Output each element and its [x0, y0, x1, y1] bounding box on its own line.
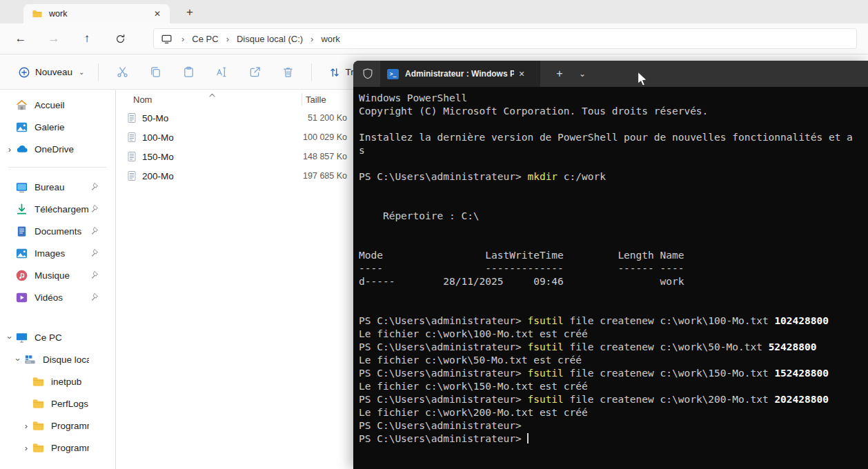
- sidebar-item-programmes[interactable]: › Programmes: [0, 437, 115, 459]
- terminal-tab-powershell[interactable]: >_ Administrateur : Windows Pow ✕: [380, 61, 540, 87]
- sidebar-item-perflogs[interactable]: PerfLogs: [0, 392, 115, 415]
- column-divider[interactable]: [302, 93, 302, 106]
- paste-button[interactable]: [177, 61, 200, 84]
- refresh-button[interactable]: [110, 29, 130, 48]
- file-row[interactable]: 50-Mo 51 200 Ko: [116, 108, 348, 128]
- pin-icon: [89, 421, 99, 430]
- sidebar-item-galerie[interactable]: Galerie: [0, 116, 115, 138]
- desktop-icon: [15, 181, 28, 194]
- rename-button[interactable]: [210, 61, 233, 84]
- sidebar-divider: [8, 167, 107, 168]
- terminal-dropdown-icon[interactable]: ⌄: [573, 64, 591, 83]
- gallery-icon: [15, 121, 28, 134]
- videos-icon: [15, 291, 28, 304]
- powershell-icon: >_: [387, 69, 399, 79]
- terminal-tab-bar: >_ Administrateur : Windows Pow ✕ + ⌄: [353, 61, 868, 87]
- address-bar[interactable]: › Ce PC › Disque local (C:) › work: [153, 28, 857, 49]
- file-size: 51 200 Ko: [308, 113, 348, 123]
- pc-icon: [15, 331, 28, 344]
- clipboard-icon: [182, 66, 195, 79]
- tab-title: work: [49, 9, 150, 19]
- delete-button[interactable]: [276, 61, 299, 84]
- sidebar-item-inetpub[interactable]: inetpub: [0, 370, 115, 392]
- file-row[interactable]: 100-Mo 100 029 Ko: [116, 128, 348, 147]
- new-tab-button[interactable]: +: [181, 3, 199, 21]
- sidebar-item-images[interactable]: Images: [0, 242, 115, 264]
- admin-shield-icon: [362, 68, 374, 80]
- cut-button[interactable]: [110, 61, 134, 84]
- copy-button[interactable]: [144, 61, 167, 84]
- terminal-line: ---- ------------- ------ ----: [359, 262, 868, 275]
- column-header-nom[interactable]: Nom: [133, 94, 152, 105]
- pin-icon: [89, 144, 99, 154]
- sidebar-item-musique[interactable]: Musique: [0, 264, 115, 286]
- folder-icon: [32, 419, 45, 432]
- sidebar-item-programmes[interactable]: › Programmes: [0, 415, 115, 437]
- file-row[interactable]: 150-Mo 148 857 Ko: [116, 147, 348, 166]
- pin-icon: [89, 332, 99, 342]
- sidebar-item-bureau[interactable]: Bureau: [0, 176, 115, 198]
- sidebar-item-vid-os[interactable]: Vidéos: [0, 286, 115, 308]
- chevron-icon[interactable]: ›: [21, 421, 32, 431]
- close-tab-icon[interactable]: ✕: [514, 66, 529, 81]
- pin-icon: [89, 248, 99, 258]
- terminal-line: s: [359, 144, 868, 157]
- chevron-icon[interactable]: ›: [21, 443, 32, 453]
- terminal-line: [359, 183, 868, 197]
- up-button[interactable]: ↑: [77, 29, 97, 48]
- breadcrumb-ce-pc[interactable]: Ce PC: [190, 34, 219, 44]
- explorer-tab-work[interactable]: work ✕: [23, 4, 170, 23]
- this-pc-icon: [161, 33, 172, 45]
- chevron-icon[interactable]: ›: [4, 144, 15, 154]
- pin-icon: [89, 443, 99, 452]
- downloads-icon: [15, 203, 28, 216]
- chevron-icon[interactable]: ›: [13, 354, 23, 365]
- sidebar-spacer: [0, 308, 115, 326]
- sidebar-item-documents[interactable]: Documents: [0, 220, 115, 242]
- pin-icon: [89, 204, 99, 214]
- back-button[interactable]: ←: [11, 29, 30, 48]
- terminal-line: Le fichier c:\work\100-Mo.txt est créé: [359, 328, 868, 341]
- terminal-line: Le fichier c:\work\200-Mo.txt est créé: [359, 406, 868, 419]
- terminal-output[interactable]: Windows PowerShellCopyright (C) Microsof…: [353, 87, 868, 446]
- sidebar-item-onedrive[interactable]: › OneDrive: [0, 138, 115, 160]
- terminal-line: Le fichier c:\work\150-Mo.txt est créé: [359, 380, 868, 393]
- sidebar-item-disque-local-c[interactable]: › Disque local (C: [0, 348, 115, 370]
- file-size: 100 029 Ko: [303, 132, 348, 142]
- text-file-icon: [126, 112, 137, 123]
- share-button[interactable]: [243, 61, 266, 84]
- explorer-tab-bar: work ✕ +: [0, 0, 868, 23]
- column-headers: Nom Taille: [116, 90, 348, 108]
- pictures-icon: [15, 247, 28, 260]
- text-file-icon: [126, 132, 137, 143]
- forward-button[interactable]: →: [44, 29, 63, 48]
- rename-icon: [215, 66, 228, 79]
- sort-arrows-icon: [328, 66, 341, 79]
- breadcrumb-separator: ›: [304, 34, 319, 44]
- column-header-taille[interactable]: Taille: [306, 94, 326, 105]
- breadcrumb-work[interactable]: work: [319, 34, 341, 44]
- terminal-new-tab-button[interactable]: +: [550, 64, 569, 83]
- file-name: 100-Mo: [142, 132, 303, 143]
- nouveau-button[interactable]: Nouveau ⌄: [11, 62, 91, 83]
- terminal-window: >_ Administrateur : Windows Pow ✕ + ⌄ Wi…: [353, 61, 868, 469]
- sidebar-item-ce-pc[interactable]: › Ce PC: [0, 326, 115, 348]
- terminal-line: Le fichier c:\work\50-Mo.txt est créé: [359, 354, 868, 367]
- drive-icon: [23, 353, 37, 366]
- terminal-line: PS C:\Users\administrateur> fsutil file …: [359, 367, 868, 380]
- chevron-icon[interactable]: ›: [5, 332, 15, 343]
- file-size: 197 685 Ko: [303, 171, 348, 181]
- sidebar-item-t-l-chargem[interactable]: Téléchargem: [0, 198, 115, 220]
- terminal-line: [359, 197, 868, 210]
- file-row[interactable]: 200-Mo 197 685 Ko: [116, 166, 348, 186]
- sidebar-item-accueil[interactable]: Accueil: [0, 94, 115, 116]
- terminal-line: PS C:\Users\administrateur> fsutil file …: [359, 315, 868, 328]
- pin-icon: [89, 100, 99, 110]
- terminal-line: Copyright (C) Microsoft Corporation. Tou…: [359, 105, 868, 118]
- terminal-line: Windows PowerShell: [359, 92, 868, 105]
- close-tab-icon[interactable]: ✕: [150, 7, 164, 21]
- breadcrumb-disque-local[interactable]: Disque local (C:): [235, 34, 304, 44]
- file-name: 150-Mo: [142, 152, 303, 162]
- terminal-line: [359, 236, 868, 249]
- terminal-line: d----- 28/11/2025 09:46 work: [359, 275, 868, 288]
